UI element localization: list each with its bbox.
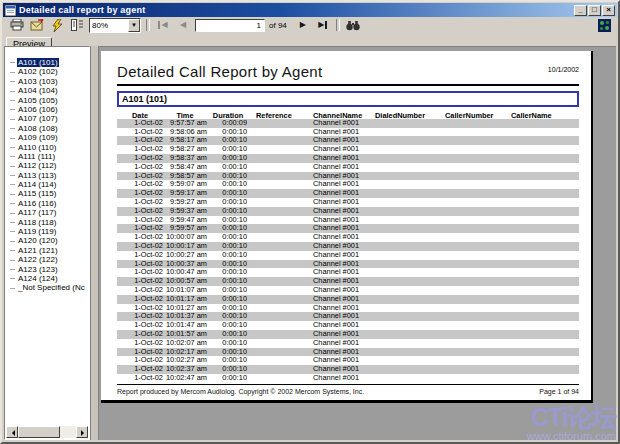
cell: [445, 154, 511, 163]
cell: 9:57:57 am: [163, 119, 209, 128]
tree-tick: [10, 138, 15, 139]
sidebar-item-a102-102[interactable]: A102 (102): [10, 67, 89, 76]
sidebar-item-a122-122[interactable]: A122 (122): [10, 255, 89, 264]
sidebar-item-a116-116[interactable]: A116 (116): [10, 199, 89, 208]
sidebar-item-a124-124[interactable]: A124 (124): [10, 274, 89, 283]
cell: 10:02:47 am: [163, 374, 209, 383]
print-button[interactable]: [8, 18, 26, 32]
cell: 9:58:17 am: [163, 136, 209, 145]
report-page: Detailed Call Report by Agent 10/1/2002 …: [101, 51, 593, 403]
cell: [511, 172, 579, 181]
next-page-button[interactable]: ▶: [294, 18, 312, 32]
close-button[interactable]: ×: [602, 5, 615, 16]
cell: [375, 224, 445, 233]
cell: [445, 224, 511, 233]
cell: 1-Oct-02: [117, 242, 163, 251]
sidebar-item-a109-109[interactable]: A109 (109): [10, 133, 89, 142]
sidebar-item-label: A120 (120): [17, 236, 59, 245]
sidebar-item-a110-110[interactable]: A110 (110): [10, 143, 89, 152]
cell: 0:00:10: [209, 321, 247, 330]
sidebar-item-a101-101[interactable]: A101 (101): [10, 58, 89, 67]
cell: 0:00:10: [209, 312, 247, 321]
table-row: 1-Oct-0210:00:07 am0:00:10Channel #001: [117, 233, 579, 242]
scrollbar-track[interactable]: [60, 426, 76, 438]
cell: [445, 216, 511, 225]
sidebar-item-a112-112[interactable]: A112 (112): [10, 161, 89, 170]
cell: [511, 339, 579, 348]
sidebar-item-a104-104[interactable]: A104 (104): [10, 86, 89, 95]
cell: 9:59:27 am: [163, 198, 209, 207]
cell: Channel #001: [313, 180, 375, 189]
cell: [375, 145, 445, 154]
sidebar-item-not-specified-nc[interactable]: _Not Specified (Nc: [10, 283, 89, 292]
cell: [445, 286, 511, 295]
sidebar-item-a118-118[interactable]: A118 (118): [10, 218, 89, 227]
cell: [511, 154, 579, 163]
sidebar-item-a106-106[interactable]: A106 (106): [10, 105, 89, 114]
cell: [511, 304, 579, 313]
minimize-button[interactable]: _: [574, 5, 587, 16]
sidebar-item-a120-120[interactable]: A120 (120): [10, 236, 89, 245]
sidebar-item-a111-111[interactable]: A111 (111): [10, 152, 89, 161]
tree-tick: [10, 91, 15, 92]
cell: 0:00:10: [209, 260, 247, 269]
sidebar-item-a105-105[interactable]: A105 (105): [10, 96, 89, 105]
sidebar-item-a114-114[interactable]: A114 (114): [10, 180, 89, 189]
sidebar-item-label: A123 (123): [17, 265, 59, 274]
cell: 1-Oct-02: [117, 304, 163, 313]
cell: 10:01:57 am: [163, 330, 209, 339]
cell: 0:00:10: [209, 216, 247, 225]
sidebar-item-a121-121[interactable]: A121 (121): [10, 246, 89, 255]
cell: [247, 136, 313, 145]
sidebar-item-label: A114 (114): [17, 180, 57, 189]
search-button[interactable]: [344, 18, 362, 32]
tree-tick: [10, 231, 15, 232]
sidebar-item-a108-108[interactable]: A108 (108): [10, 124, 89, 133]
cell: [247, 330, 313, 339]
sidebar-item-label: A119 (119): [17, 227, 57, 236]
page-number-input[interactable]: [195, 19, 265, 32]
cell: [375, 321, 445, 330]
scroll-right-button[interactable]: [76, 426, 88, 438]
cell: [511, 312, 579, 321]
cell: Channel #001: [313, 295, 375, 304]
cell: 0:00:10: [209, 374, 247, 383]
zoom-dropdown-arrow[interactable]: ▼: [128, 19, 140, 32]
sidebar-item-label: A106 (106): [17, 105, 59, 114]
cell: [445, 260, 511, 269]
cell: Channel #001: [313, 136, 375, 145]
cell: 0:00:10: [209, 242, 247, 251]
sidebar-item-a115-115[interactable]: A115 (115): [10, 189, 89, 198]
export-button[interactable]: [28, 18, 46, 32]
sidebar-item-a117-117[interactable]: A117 (117): [10, 208, 89, 217]
cell: [375, 260, 445, 269]
cell: [511, 348, 579, 357]
sidebar-item-a119-119[interactable]: A119 (119): [10, 227, 89, 236]
sidebar-item-a113-113[interactable]: A113 (113): [10, 171, 89, 180]
cell: 0:00:10: [209, 365, 247, 374]
previous-page-button[interactable]: ◀: [174, 18, 192, 32]
sidebar-item-a103-103[interactable]: A103 (103): [10, 77, 89, 86]
scrollbar-thumb[interactable]: [18, 426, 60, 438]
cell: [511, 216, 579, 225]
sidebar-horizontal-scrollbar[interactable]: [6, 426, 88, 438]
table-row: 1-Oct-0210:01:27 am0:00:10Channel #001: [117, 304, 579, 313]
sidebar-item-a123-123[interactable]: A123 (123): [10, 265, 89, 274]
zoom-level-input[interactable]: [90, 20, 128, 31]
cell: Channel #001: [313, 198, 375, 207]
refresh-button[interactable]: [48, 18, 66, 32]
cell: [375, 356, 445, 365]
maximize-button[interactable]: □: [588, 5, 601, 16]
first-page-button[interactable]: ◀: [154, 18, 172, 32]
tree-tick: [10, 194, 15, 195]
toggle-group-tree-button[interactable]: [68, 18, 86, 32]
cell: [445, 330, 511, 339]
cell: [375, 198, 445, 207]
cell: Channel #001: [313, 242, 375, 251]
sidebar-item-a107-107[interactable]: A107 (107): [10, 114, 89, 123]
sidebar-item-label: A122 (122): [17, 255, 59, 264]
last-page-button[interactable]: ▶: [314, 18, 332, 32]
report-date: 10/1/2002: [548, 66, 579, 73]
cell: [247, 304, 313, 313]
scroll-left-button[interactable]: [6, 426, 18, 438]
